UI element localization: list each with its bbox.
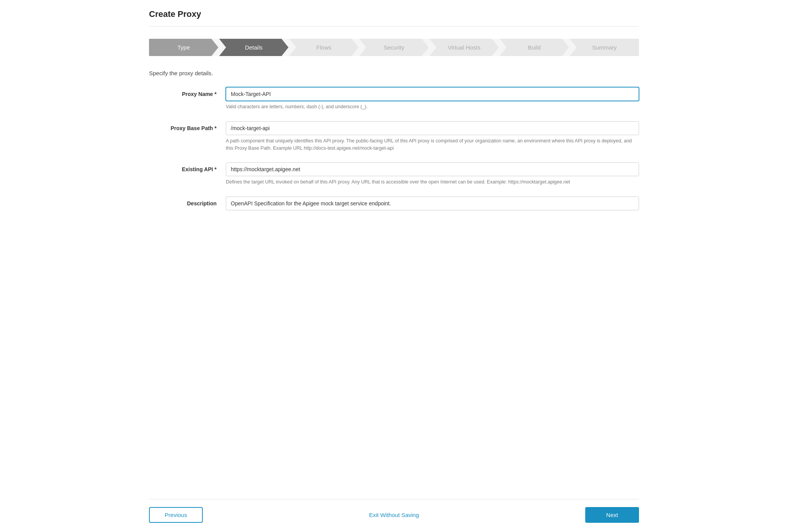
description-row: Description: [149, 197, 639, 210]
footer: Previous Exit Without Saving Next: [149, 499, 639, 532]
exit-without-saving-button[interactable]: Exit Without Saving: [369, 512, 419, 518]
form-body: Proxy Name * Valid characters are letter…: [149, 87, 639, 499]
step-build[interactable]: Build: [500, 39, 569, 56]
description-label: Description: [149, 197, 226, 207]
proxy-name-label: Proxy Name *: [149, 87, 226, 97]
step-type[interactable]: Type: [149, 39, 219, 56]
proxy-base-path-hint: A path component that uniquely identifie…: [226, 137, 639, 152]
existing-api-row: Existing API * Defines the target URL in…: [149, 162, 639, 186]
page-title: Create Proxy: [149, 9, 639, 19]
step-details[interactable]: Details: [219, 39, 289, 56]
proxy-name-required: *: [215, 91, 217, 97]
existing-api-wrapper: Defines the target URL invoked on behalf…: [226, 162, 639, 186]
description-wrapper: [226, 197, 639, 210]
proxy-base-path-input[interactable]: [226, 121, 639, 135]
stepper: Type Details Flows Security Virtual Host…: [149, 39, 639, 56]
existing-api-required: *: [215, 166, 217, 172]
existing-api-input[interactable]: [226, 162, 639, 176]
proxy-name-hint: Valid characters are letters, numbers, d…: [226, 103, 639, 111]
title-divider: [149, 26, 639, 26]
proxy-name-input[interactable]: [226, 87, 639, 101]
step-summary[interactable]: Summary: [569, 39, 639, 56]
section-subtitle: Specify the proxy details.: [149, 70, 639, 76]
step-flows[interactable]: Flows: [289, 39, 359, 56]
previous-button[interactable]: Previous: [149, 507, 203, 523]
step-security[interactable]: Security: [359, 39, 429, 56]
proxy-base-path-wrapper: A path component that uniquely identifie…: [226, 121, 639, 152]
proxy-base-path-row: Proxy Base Path * A path component that …: [149, 121, 639, 152]
proxy-name-row: Proxy Name * Valid characters are letter…: [149, 87, 639, 111]
next-button[interactable]: Next: [585, 507, 639, 523]
description-input[interactable]: [226, 197, 639, 210]
existing-api-label: Existing API *: [149, 162, 226, 172]
step-virtual-hosts[interactable]: Virtual Hosts: [429, 39, 499, 56]
proxy-base-path-label: Proxy Base Path *: [149, 121, 226, 131]
proxy-base-path-required: *: [215, 125, 217, 131]
proxy-name-wrapper: Valid characters are letters, numbers, d…: [226, 87, 639, 111]
existing-api-hint: Defines the target URL invoked on behalf…: [226, 178, 639, 186]
